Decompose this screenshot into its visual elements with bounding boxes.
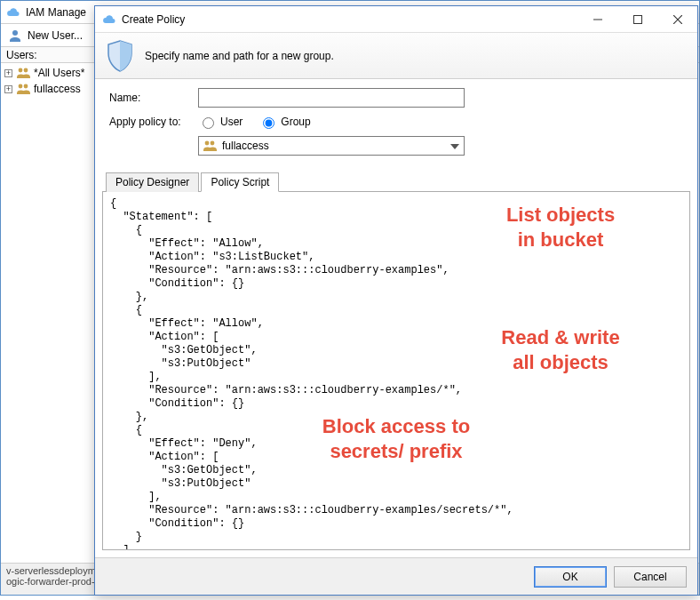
radio-group-input[interactable]	[263, 117, 274, 129]
shield-icon	[106, 40, 134, 72]
tab-policy-designer[interactable]: Policy Designer	[106, 172, 199, 192]
close-button[interactable]	[657, 6, 697, 32]
cancel-button[interactable]: Cancel	[614, 566, 687, 588]
radio-user[interactable]: User	[198, 115, 243, 129]
maximize-button[interactable]	[617, 6, 657, 32]
dialog-footer: OK Cancel	[95, 557, 697, 595]
name-label: Name:	[109, 92, 198, 104]
svg-point-4	[24, 84, 28, 89]
new-user-label: New User...	[28, 29, 83, 42]
radio-user-input[interactable]	[203, 117, 214, 129]
svg-rect-5	[593, 19, 602, 20]
svg-point-1	[19, 68, 23, 73]
form-area: Name: Apply policy to: User Group	[95, 79, 697, 166]
dialog-header-text: Specify name and path for a new group.	[145, 50, 334, 62]
svg-point-3	[19, 84, 23, 89]
svg-rect-6	[633, 15, 641, 23]
chevron-down-icon	[448, 140, 462, 152]
ok-button[interactable]: OK	[534, 566, 607, 588]
create-policy-dialog: Create Policy Specify name and path for …	[94, 5, 698, 596]
svg-point-8	[211, 141, 215, 146]
target-group-dropdown[interactable]: fullaccess	[198, 136, 465, 156]
policy-tabs: Policy Designer Policy Script	[102, 172, 690, 192]
expand-icon[interactable]: +	[4, 69, 12, 77]
policy-script-text[interactable]: { "Statement": [ { "Effect": "Allow", "A…	[103, 192, 689, 549]
cloud-icon	[6, 5, 20, 20]
svg-point-7	[205, 141, 210, 146]
group-icon	[16, 82, 30, 96]
dropdown-value: fullaccess	[222, 140, 269, 152]
policy-script-editor[interactable]: { "Statement": [ { "Effect": "Allow", "A…	[102, 192, 690, 550]
group-icon	[16, 66, 30, 80]
svg-point-0	[12, 30, 18, 36]
minimize-button[interactable]	[577, 6, 617, 32]
tree-item-label: fullaccess	[34, 83, 81, 95]
user-icon	[8, 28, 22, 43]
tab-policy-script[interactable]: Policy Script	[201, 172, 279, 192]
tree-item-label: *All Users*	[34, 67, 84, 79]
svg-point-2	[24, 68, 28, 73]
dialog-title: Create Policy	[122, 13, 185, 26]
iam-manager-title: IAM Manage	[26, 6, 86, 19]
dialog-titlebar: Create Policy	[95, 6, 697, 33]
apply-policy-label: Apply policy to:	[109, 116, 198, 128]
expand-icon[interactable]: +	[4, 85, 12, 93]
cloud-icon	[102, 12, 116, 27]
radio-group[interactable]: Group	[259, 115, 310, 129]
group-icon	[203, 139, 217, 153]
dialog-header: Specify name and path for a new group.	[95, 33, 697, 79]
name-input[interactable]	[198, 88, 465, 108]
